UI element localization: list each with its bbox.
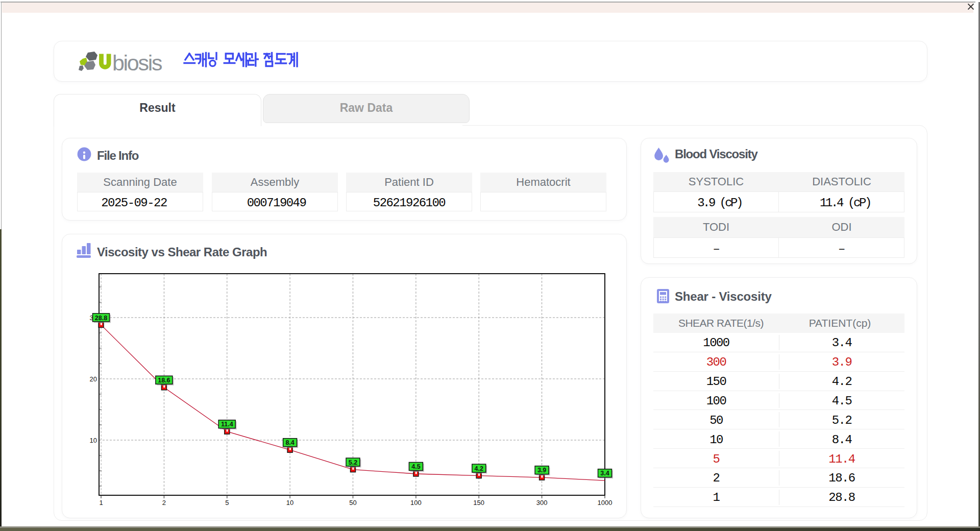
svg-text:50: 50 (349, 499, 356, 506)
svg-text:4.5: 4.5 (411, 463, 420, 470)
svg-text:1000: 1000 (598, 499, 612, 506)
svg-text:10: 10 (90, 437, 97, 444)
svg-text:150: 150 (473, 499, 484, 506)
svg-text:28.8: 28.8 (95, 315, 107, 322)
svg-text:10: 10 (286, 499, 293, 506)
svg-text:11.4: 11.4 (221, 421, 233, 428)
svg-text:5: 5 (225, 499, 229, 506)
svg-text:5.2: 5.2 (349, 459, 357, 466)
svg-text:1: 1 (99, 499, 103, 506)
svg-text:100: 100 (410, 499, 422, 506)
svg-text:3.9: 3.9 (537, 467, 546, 474)
svg-text:20: 20 (90, 375, 97, 383)
svg-text:2: 2 (162, 499, 166, 506)
svg-text:biosis: biosis (112, 51, 162, 75)
svg-text:18.6: 18.6 (158, 377, 170, 384)
svg-text:300: 300 (536, 499, 548, 506)
svg-text:4.2: 4.2 (475, 465, 483, 472)
svg-text:3.4: 3.4 (600, 470, 609, 477)
svg-text:8.4: 8.4 (285, 439, 294, 446)
